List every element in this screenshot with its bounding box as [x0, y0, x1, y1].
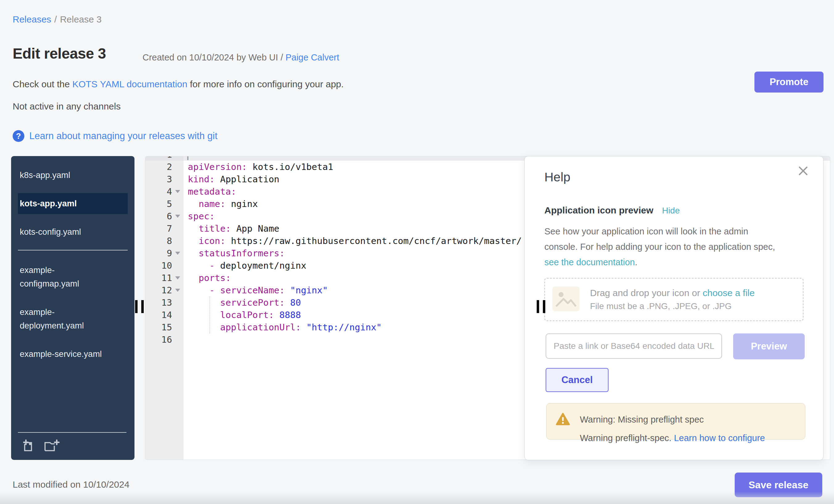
file-item-kots-config.yaml[interactable]: kots-config.yaml: [18, 221, 128, 242]
hide-link[interactable]: Hide: [662, 206, 680, 216]
file-list-top: k8s-app.yamlkots-app.yamlkots-config.yam…: [11, 156, 134, 242]
file-list-examples: example-configmap.yamlexample-deployment…: [11, 260, 134, 365]
git-help-row: ? Learn about managing your releases wit…: [13, 130, 217, 142]
line-number: 3: [145, 173, 183, 185]
last-modified-text: Last modified on 10/10/2024: [13, 479, 130, 490]
save-release-button[interactable]: Save release: [735, 473, 822, 497]
drop-zone-text: Drag and drop your icon or choose a file…: [590, 288, 755, 311]
line-number: 1: [145, 156, 183, 161]
line-number: 16: [145, 333, 183, 346]
warning-title: Warning: Missing preflight spec: [580, 415, 704, 425]
page: { "breadcrumb": { "releases": "Releases"…: [0, 0, 834, 504]
kots-yaml-doc-link[interactable]: KOTS YAML documentation: [72, 79, 187, 89]
line-number: 5: [145, 198, 183, 210]
help-panel-title: Help: [544, 170, 570, 184]
description-line-1: See how your application icon will look …: [544, 224, 775, 239]
line-number: 15: [145, 321, 183, 333]
line-number: 8: [145, 235, 183, 247]
icon-preview-section: Application icon preview Hide: [544, 205, 680, 216]
breadcrumb: Releases/Release 3: [13, 14, 102, 25]
file-item-example-configmap.yaml[interactable]: example-configmap.yaml: [18, 260, 128, 294]
drop-hint: File must be a .PNG, .JPEG, or .JPG: [590, 301, 755, 311]
icon-url-input[interactable]: [546, 333, 722, 359]
warning-detail-text: Warning preflight-spec.: [580, 433, 674, 443]
see-documentation-link[interactable]: see the documentation: [544, 257, 635, 267]
line-number: 13: [145, 297, 183, 309]
page-title: Edit release 3: [13, 45, 106, 62]
url-row: Preview: [546, 333, 805, 359]
bottom-fade: [0, 492, 834, 504]
line-number: 12: [145, 284, 183, 297]
file-item-example-service.yaml[interactable]: example-service.yaml: [18, 344, 128, 365]
fold-arrow-icon[interactable]: [175, 215, 180, 218]
fold-arrow-icon[interactable]: [175, 289, 180, 292]
line-number: 14: [145, 309, 183, 321]
image-placeholder-icon: [552, 286, 580, 313]
file-item-k8s-app.yaml[interactable]: k8s-app.yaml: [18, 165, 128, 186]
created-text: Created on 10/10/2024 by Web UI /: [142, 52, 283, 62]
file-item-kots-app.yaml[interactable]: kots-app.yaml: [18, 193, 128, 214]
line-number: 6: [145, 210, 183, 222]
description-line-3: see the documentation.: [544, 255, 775, 270]
created-info: Created on 10/10/2024 by Web UI /Paige C…: [142, 52, 339, 63]
fold-arrow-icon[interactable]: [175, 252, 180, 255]
icon-drop-zone[interactable]: Drag and drop your icon or choose a file…: [544, 278, 804, 321]
line-number: 10: [145, 259, 183, 272]
created-author-link[interactable]: Paige Calvert: [286, 52, 339, 62]
learn-configure-link[interactable]: Learn how to configure: [674, 433, 765, 443]
icon-preview-title: Application icon preview: [544, 205, 653, 216]
panel-resize-handle[interactable]: [537, 300, 546, 313]
line-number: 4: [145, 185, 183, 198]
help-panel: Help Application icon preview Hide See h…: [524, 156, 824, 460]
preflight-warning-box: Warning: Missing preflight spec Warning …: [546, 403, 805, 440]
preview-button[interactable]: Preview: [733, 333, 805, 359]
description-period: .: [635, 257, 637, 267]
choose-file-link[interactable]: choose a file: [703, 288, 754, 298]
channel-status: Not active in any channels: [13, 101, 120, 112]
cancel-button[interactable]: Cancel: [546, 368, 609, 392]
line-number: 2: [145, 161, 183, 173]
line-number: 9: [145, 247, 183, 259]
description-line-2: console. For help adding your icon to th…: [544, 239, 775, 255]
fold-arrow-icon[interactable]: [175, 190, 180, 193]
promote-button[interactable]: Promote: [754, 71, 824, 92]
close-icon[interactable]: [797, 165, 809, 177]
file-tree-actions: [18, 432, 127, 455]
sidebar-resize-handle[interactable]: [135, 300, 144, 313]
indent-guide: [210, 297, 210, 333]
new-folder-icon[interactable]: [43, 438, 61, 455]
breadcrumb-releases-link[interactable]: Releases: [13, 14, 51, 24]
icon-preview-description: See how your application icon will look …: [544, 224, 775, 270]
warning-triangle-icon: [556, 413, 570, 427]
doc-suffix: for more info on configuring your app.: [187, 79, 344, 89]
file-tree-divider: [18, 250, 128, 250]
fold-arrow-icon[interactable]: [175, 276, 180, 280]
file-tree-sidebar: k8s-app.yamlkots-app.yamlkots-config.yam…: [11, 156, 134, 460]
question-circle-icon: ?: [13, 130, 24, 142]
breadcrumb-separator: /: [54, 14, 57, 24]
file-item-example-deployment.yaml[interactable]: example-deployment.yaml: [18, 302, 128, 336]
new-file-icon[interactable]: [20, 438, 36, 455]
warning-detail: Warning preflight-spec. Learn how to con…: [580, 433, 765, 443]
drop-text: Drag and drop your icon or: [590, 288, 703, 298]
line-number: 7: [145, 222, 183, 235]
text-cursor: [187, 156, 189, 160]
doc-line: Check out the KOTS YAML documentation fo…: [13, 79, 344, 89]
line-number: 11: [145, 272, 183, 284]
git-releases-link[interactable]: Learn about managing your releases with …: [29, 130, 217, 141]
breadcrumb-current: Release 3: [60, 14, 102, 24]
doc-prefix: Check out the: [13, 79, 72, 89]
